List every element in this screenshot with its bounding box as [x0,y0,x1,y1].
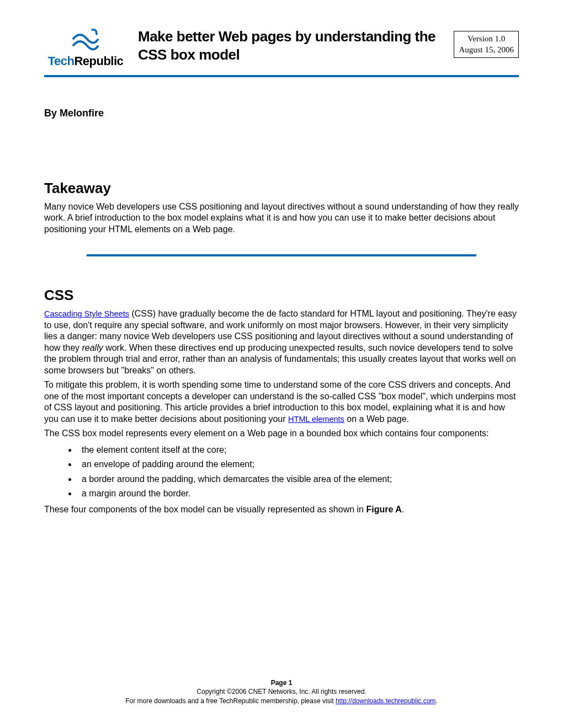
list-item: an envelope of padding around the elemen… [77,457,519,472]
takeaway-heading: Takeaway [44,180,519,197]
logo-wave-icon [44,28,127,53]
css-paragraph-4: These four components of the box model c… [44,504,519,515]
section-divider [87,254,476,256]
list-item: a margin around the border. [77,486,519,501]
logo-republic-text: Republic [74,54,123,68]
cascading-style-sheets-link[interactable]: Cascading Style Sheets [44,309,129,318]
takeaway-text: Many novice Web developers use CSS posit… [44,201,519,235]
css-heading: CSS [44,287,519,304]
css-paragraph-2: To mitigate this problem, it is worth sp… [44,379,519,425]
logo-wordmark: TechRepublic [44,54,127,68]
footer-more-line: For more downloads and a free TechRepubl… [0,697,563,706]
version-label: Version 1.0 [459,34,514,45]
version-date: August 15, 2006 [459,45,514,56]
css-paragraph-1: Cascading Style Sheets (CSS) have gradua… [44,308,519,376]
html-elements-link[interactable]: HTML elements [288,415,344,424]
copyright-text: Copyright ©2006 CNET Networks, Inc. All … [0,687,563,697]
css-paragraph-3: The CSS box model represents every eleme… [44,428,519,439]
page-number: Page 1 [0,678,563,688]
document-header: TechRepublic Make better Web pages by un… [44,28,519,74]
logo-tech-text: Tech [48,54,75,68]
byline: By Melonfire [44,108,519,119]
page-footer: Page 1 Copyright ©2006 CNET Networks, In… [0,678,563,706]
document-title: Make better Web pages by understanding t… [138,28,443,63]
box-model-components-list: the element content itself at the core; … [77,443,519,501]
figure-a-reference: Figure A [366,505,401,514]
header-divider [44,75,519,77]
techrepublic-logo: TechRepublic [44,28,127,68]
list-item: a border around the padding, which demar… [77,472,519,486]
downloads-link[interactable]: http://downloads.techrepublic.com [336,697,435,705]
list-item: the element content itself at the core; [77,443,519,457]
version-box: Version 1.0 August 15, 2006 [454,31,519,58]
